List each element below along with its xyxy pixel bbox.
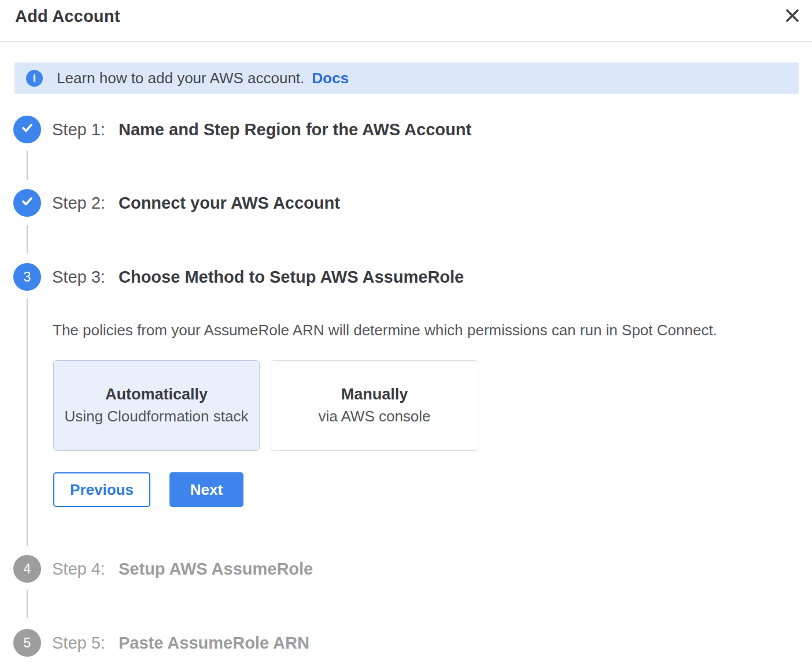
step-4-circle: 4 bbox=[13, 555, 41, 583]
step-title: Connect your AWS Account bbox=[119, 194, 340, 213]
info-banner: i Learn how to add your AWS account. Doc… bbox=[14, 62, 799, 94]
option-card-automatically[interactable]: Automatically Using Cloudformation stack bbox=[53, 360, 260, 451]
step-number: 4 bbox=[24, 561, 31, 577]
check-icon bbox=[20, 194, 35, 212]
step-2-circle bbox=[13, 189, 41, 217]
step-1-circle bbox=[13, 116, 41, 143]
step-number: 5 bbox=[24, 635, 31, 651]
info-icon: i bbox=[26, 70, 43, 87]
step-label: Step 5: bbox=[52, 634, 119, 653]
step-label: Step 3: bbox=[52, 268, 119, 287]
step-number: 3 bbox=[24, 269, 31, 285]
step-title: Choose Method to Setup AWS AssumeRole bbox=[119, 268, 464, 287]
close-button[interactable] bbox=[781, 5, 804, 28]
previous-button[interactable]: Previous bbox=[53, 472, 150, 507]
add-account-modal: Add Account i Learn how to add your AWS … bbox=[0, 0, 812, 670]
option-title: Manually bbox=[341, 386, 408, 404]
step-label: Step 4: bbox=[52, 560, 119, 579]
step-3-header[interactable]: Step 3: Choose Method to Setup AWS Assum… bbox=[52, 263, 464, 291]
step-title: Name and Step Region for the AWS Account bbox=[119, 120, 471, 139]
step-title: Paste AssumeRole ARN bbox=[119, 634, 309, 653]
check-icon bbox=[20, 120, 35, 139]
docs-link[interactable]: Docs bbox=[312, 69, 349, 87]
step-connector bbox=[27, 225, 28, 253]
option-subtitle: via AWS console bbox=[318, 408, 430, 425]
option-title: Automatically bbox=[105, 386, 208, 404]
step-title: Setup AWS AssumeRole bbox=[119, 560, 313, 579]
step-3-circle: 3 bbox=[13, 263, 41, 291]
banner-text: Learn how to add your AWS account. bbox=[57, 69, 304, 87]
step-3-description: The policies from your AssumeRole ARN wi… bbox=[53, 321, 717, 339]
step-connector bbox=[27, 151, 28, 180]
step-connector bbox=[27, 298, 28, 546]
option-subtitle: Using Cloudformation stack bbox=[65, 408, 249, 425]
step-5-circle: 5 bbox=[13, 629, 41, 657]
step-label: Step 2: bbox=[52, 194, 119, 213]
step-4-header: Step 4: Setup AWS AssumeRole bbox=[52, 555, 313, 583]
next-button[interactable]: Next bbox=[169, 472, 243, 507]
step-connector bbox=[27, 590, 28, 618]
step-2-header[interactable]: Step 2: Connect your AWS Account bbox=[52, 189, 340, 217]
close-icon bbox=[783, 6, 802, 27]
page-title: Add Account bbox=[15, 7, 120, 26]
option-card-manually[interactable]: Manually via AWS console bbox=[271, 360, 478, 451]
header-divider bbox=[0, 41, 812, 42]
step-5-header: Step 5: Paste AssumeRole ARN bbox=[52, 629, 309, 657]
step-label: Step 1: bbox=[52, 120, 119, 139]
step-1-header[interactable]: Step 1: Name and Step Region for the AWS… bbox=[52, 116, 471, 143]
